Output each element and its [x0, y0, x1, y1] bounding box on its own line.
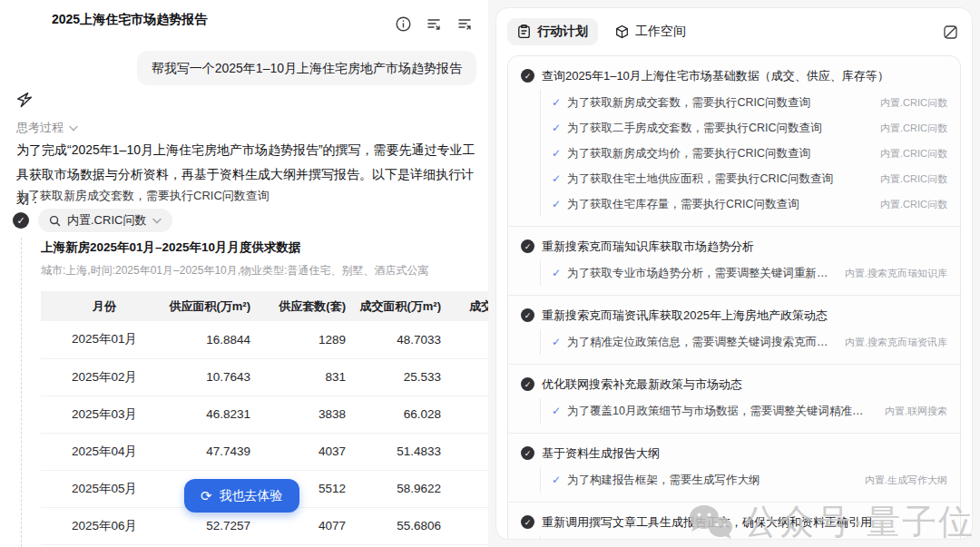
table-cell: [454, 321, 488, 358]
plan-sub-item: ✓为了获取专业市场趋势分析，需要调整关键词重新搜索克而瑞知识库内置.搜索克而瑞知…: [552, 260, 947, 286]
plan-section-title: 优化联网搜索补充最新政策与市场动态: [542, 376, 742, 393]
table-cell: 48.7033: [358, 321, 454, 358]
try-it-button[interactable]: ⟳ 我也去体验: [184, 479, 299, 513]
plan-sub-text: 为了精准定位政策信息，需要调整关键词搜索克而瑞资讯库: [567, 335, 834, 350]
workspace-panel: 行动计划 工作空间 ✓查询2025年1–10月上海住宅市场基础数据（成交、供应、…: [495, 7, 973, 540]
plan-sub-tool-label: 内置.CRIC问数: [869, 147, 947, 161]
tab-action-plan[interactable]: 行动计划: [507, 18, 598, 45]
result-title: 上海新房2025年01月–2025年10月月度供求数据: [41, 239, 488, 256]
try-it-label: 我也去体验: [220, 488, 283, 504]
chevron-down-icon: [152, 218, 162, 224]
sub-check-icon: ✓: [552, 405, 561, 417]
table-header-cell: 供应套数(套): [263, 291, 358, 321]
table-row: 2025年01月16.8844128948.7033: [41, 321, 488, 358]
plan-sub-item: ✓为了获取新房成交套数，需要执行CRIC问数查询内置.CRIC问数: [552, 90, 947, 115]
table-cell: 47.7439: [168, 433, 263, 470]
plan-sub-tool-label: 内置.搜索克而瑞知识库: [834, 267, 947, 280]
table-header-row: 月份供应面积(万m²)供应套数(套)成交面积(万m²)成交套数(套): [41, 291, 488, 321]
plan-sub-list: ✓为了覆盖10月政策细节与市场数据，需要调整关键词精准搜索内置.联网搜索: [540, 398, 947, 424]
hide-panel-icon[interactable]: [941, 23, 959, 41]
table-cell: 2025年06月: [41, 507, 168, 544]
table-cell: 55.6806: [358, 507, 454, 544]
table-cell: [454, 507, 488, 544]
table-cell: [454, 470, 488, 507]
tab-workspace-label: 工作空间: [635, 24, 686, 40]
outline-list-icon[interactable]: [456, 15, 474, 33]
table-cell: 2025年02月: [41, 358, 168, 396]
table-cell: 51.4833: [358, 433, 454, 470]
timeline-connector: [21, 238, 22, 547]
plan-sub-item: ✓为了获取二手房成交套数，需要执行CRIC问数查询内置.CRIC问数: [552, 115, 947, 141]
plan-sub-text: 为了获取住宅土地供应面积，需要执行CRIC问数查询: [567, 171, 833, 187]
sub-check-icon: ✓: [552, 198, 561, 210]
table-cell: 10.7643: [168, 358, 263, 396]
plan-sub-item: ✓为了生成完整报告内容，需要使用大纲和所有收集的市场数据、政...内置.撰写文章: [552, 536, 947, 540]
plan-section-title: 重新搜索克而瑞知识库获取市场趋势分析: [542, 239, 754, 255]
user-message-bubble: 帮我写一个2025年1–10月上海住宅房地产市场趋势报告: [137, 51, 476, 85]
clipboard-icon: [517, 24, 531, 39]
table-cell: 4077: [263, 507, 358, 544]
table-cell: 25.533: [358, 358, 454, 396]
plan-sub-item: ✓为了获取新房成交均价，需要执行CRIC问数查询内置.CRIC问数: [552, 141, 947, 166]
tab-workspace[interactable]: 工作空间: [605, 18, 696, 45]
cube-icon: [615, 24, 629, 39]
plan-section: ✓重新搜索克而瑞资讯库获取2025年上海房地产政策动态✓为了精准定位政策信息，需…: [508, 296, 960, 365]
plan-sub-item: ✓为了精准定位政策信息，需要调整关键词搜索克而瑞资讯库内置.搜索克而瑞资讯库: [552, 329, 947, 355]
search-icon: [49, 215, 61, 227]
plan-sub-list: ✓为了构建报告框架，需要生成写作大纲内置.生成写作大纲: [540, 467, 947, 493]
plan-section-title-row: ✓查询2025年1–10月上海住宅市场基础数据（成交、供应、库存等）: [521, 68, 947, 84]
plan-section: ✓重新搜索克而瑞知识库获取市场趋势分析✓为了获取专业市场趋势分析，需要调整关键词…: [508, 227, 960, 296]
plan-section-title-row: ✓重新搜索克而瑞资讯库获取2025年上海房地产政策动态: [521, 308, 947, 324]
table-cell: 3838: [263, 396, 358, 433]
agent-cursor-icon: [15, 91, 34, 111]
sub-check-icon: ✓: [552, 267, 561, 279]
table-header-cell: 成交套数(套): [454, 291, 488, 321]
check-circle-icon: ✓: [13, 212, 29, 229]
plan-section-title: 基于资料生成报告大纲: [542, 445, 660, 462]
chat-pane: 2025上海住宅市场趋势报告 帮我写一个2025年1–10月上海住宅房地产市场趋…: [0, 0, 488, 547]
table-row: 2025年04月47.7439403751.4833: [41, 433, 488, 470]
table-cell: 66.028: [358, 396, 454, 433]
table-cell: 2025年05月: [41, 470, 168, 507]
plan-sub-text: 为了获取住宅库存量，需要执行CRIC问数查询: [567, 197, 799, 212]
sub-check-icon: ✓: [552, 336, 561, 348]
tool-call-row: ✓ 内置.CRIC问数: [13, 209, 172, 232]
thinking-label: 思考过程: [16, 120, 64, 136]
info-icon[interactable]: [394, 15, 412, 33]
check-circle-icon: ✓: [521, 69, 534, 83]
result-subtitle: 城市:上海,时间:2025年01月–2025年10月,物业类型:普通住宅、别墅、…: [41, 263, 488, 278]
table-cell: 46.8231: [168, 396, 263, 433]
plan-section-title-row: ✓重新调用撰写文章工具生成报告正文，确保大纲和资料正确引用: [521, 514, 947, 531]
table-row: 2025年03月46.8231383866.028: [41, 396, 488, 433]
plan-sub-tool-label: 内置.CRIC问数: [869, 122, 947, 135]
chevron-down-icon: [69, 125, 78, 132]
session-title: 2025上海住宅市场趋势报告: [52, 12, 207, 28]
plan-sub-text: 为了获取新房成交均价，需要执行CRIC问数查询: [567, 146, 810, 161]
check-circle-icon: ✓: [521, 308, 534, 322]
plan-sub-item: ✓为了获取住宅土地供应面积，需要执行CRIC问数查询内置.CRIC问数: [552, 166, 947, 191]
plan-sub-item: ✓为了覆盖10月政策细节与市场数据，需要调整关键词精准搜索内置.联网搜索: [552, 398, 947, 424]
chat-header-icons: [394, 15, 474, 33]
check-circle-icon: ✓: [521, 239, 534, 253]
sub-check-icon: ✓: [552, 172, 561, 185]
table-header-cell: 月份: [41, 291, 168, 321]
tool-pill-label: 内置.CRIC问数: [67, 212, 146, 229]
plan-sub-text: 为了获取二手房成交套数，需要执行CRIC问数查询: [567, 121, 822, 136]
plan-sub-item: ✓为了获取住宅库存量，需要执行CRIC问数查询内置.CRIC问数: [552, 191, 947, 217]
table-row: 2025年02月10.764383125.533: [41, 358, 488, 396]
plan-section: ✓优化联网搜索补充最新政策与市场动态✓为了覆盖10月政策细节与市场数据，需要调整…: [508, 365, 960, 434]
tool-pill[interactable]: 内置.CRIC问数: [38, 209, 172, 232]
plan-sub-text: 为了获取新房成交套数，需要执行CRIC问数查询: [567, 95, 810, 111]
plan-sub-tool-label: 内置.CRIC问数: [869, 172, 947, 186]
thinking-toggle[interactable]: 思考过程: [16, 120, 78, 136]
plan-section-title: 重新调用撰写文章工具生成报告正文，确保大纲和资料正确引用: [542, 514, 872, 531]
table-cell: [454, 358, 488, 396]
plan-sub-list: ✓为了精准定位政策信息，需要调整关键词搜索克而瑞资讯库内置.搜索克而瑞资讯库: [540, 329, 947, 355]
plan-sub-list: ✓为了生成完整报告内容，需要使用大纲和所有收集的市场数据、政...内置.撰写文章: [540, 536, 947, 540]
table-cell: 4037: [263, 433, 358, 470]
plan-section: ✓基于资料生成报告大纲✓为了构建报告框架，需要生成写作大纲内置.生成写作大纲: [508, 434, 960, 503]
plan-section-title-row: ✓优化联网搜索补充最新政策与市场动态: [521, 376, 947, 393]
check-circle-icon: ✓: [521, 377, 534, 391]
thread-list-icon[interactable]: [425, 15, 443, 33]
tab-action-plan-label: 行动计划: [537, 24, 588, 40]
